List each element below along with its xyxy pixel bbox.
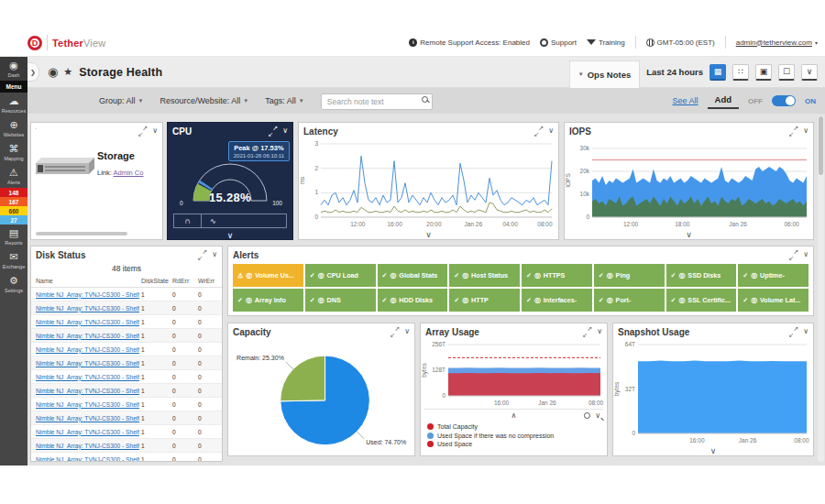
layout-button[interactable]: ∷: [732, 64, 749, 81]
disk-link[interactable]: Nimble NJ_Array: TVNJ-CS300 - Shelf-P: [36, 346, 139, 353]
disk-link[interactable]: Nimble NJ_Array: TVNJ-CS300 - Shelf-P: [36, 415, 139, 422]
expand-icon[interactable]: [583, 328, 591, 336]
scrollbar-thumb[interactable]: [819, 116, 823, 175]
chevron-down-icon[interactable]: ∨: [212, 251, 217, 258]
expand-icon[interactable]: [198, 251, 206, 259]
vertical-scrollbar[interactable]: [818, 115, 824, 462]
search-icon[interactable]: [422, 96, 428, 103]
copy-dashboard-button[interactable]: ▣: [755, 64, 772, 81]
column-header-diskstate[interactable]: DiskState: [139, 276, 170, 288]
disk-link[interactable]: Nimble NJ_Array: TVNJ-CS300 - Shelf-0: [36, 291, 139, 298]
sidebar-item-exchange[interactable]: ✉Exchange: [0, 248, 28, 272]
dashboard-icon: ◉: [9, 60, 18, 71]
disk-link[interactable]: Nimble NJ_Array: TVNJ-CS300 - Shelf-0: [36, 429, 139, 435]
user-account-menu[interactable]: admin@tetherview.com▾: [736, 38, 818, 47]
drag-handle-icon[interactable]: ·: [35, 125, 38, 133]
disk-link[interactable]: Nimble NJ_Array: TVNJ-CS300 - Shelf-P: [36, 305, 139, 312]
chevron-down-icon[interactable]: ∨: [548, 127, 554, 135]
alert-tile[interactable]: ✓◎CPU Load: [305, 264, 376, 287]
alert-tile[interactable]: ✓◎Array Info: [233, 289, 303, 312]
favorite-star-icon[interactable]: ★: [63, 66, 72, 78]
disk-link[interactable]: Nimble NJ_Array: TVNJ-CS300 - Shelf-P: [36, 401, 139, 408]
chevron-down-icon[interactable]: ∨: [597, 328, 602, 335]
time-range-label[interactable]: Last 24 hours: [646, 67, 703, 77]
svg-text:08:00: 08:00: [794, 437, 809, 444]
svg-text:08:00: 08:00: [588, 400, 604, 406]
alert-tile[interactable]: ✓◎SSD Disks: [666, 264, 737, 287]
chevron-down-icon[interactable]: ∨: [404, 328, 410, 335]
add-note-button[interactable]: Add: [708, 93, 739, 109]
training-link[interactable]: Training: [587, 38, 625, 47]
disk-link[interactable]: Nimble NJ_Array: TVNJ-CS300 - Shelf-0: [36, 388, 139, 394]
disk-link[interactable]: Nimble NJ_Array: TVNJ-CS300 - Shelf-P: [36, 456, 139, 463]
gauge-view-button[interactable]: ∩: [174, 214, 202, 227]
expand-icon[interactable]: [534, 127, 543, 136]
chevron-down-icon[interactable]: ∨: [803, 328, 808, 335]
sidebar-expand-handle[interactable]: ❯: [28, 62, 39, 82]
admin-console-link[interactable]: Admin Co: [114, 169, 144, 177]
expand-icon[interactable]: [138, 127, 147, 136]
tags-filter[interactable]: Tags: All▼: [265, 96, 303, 105]
calendar-button[interactable]: ▦: [710, 64, 726, 81]
resource-filter[interactable]: Resource/Website: All▼: [160, 96, 248, 105]
sidebar-item-mapping[interactable]: ⌘Mapping: [0, 140, 28, 164]
chevron-down-icon[interactable]: ∨: [803, 127, 808, 135]
expand-icon[interactable]: [789, 251, 798, 259]
alert-tile[interactable]: ✓◎HTTPS: [522, 264, 592, 287]
disk-link[interactable]: Nimble NJ_Array: TVNJ-CS300 - Shelf-P: [36, 374, 139, 380]
column-header-name[interactable]: Name: [31, 276, 139, 288]
alert-count-badge[interactable]: 148: [0, 188, 28, 197]
timezone-selector[interactable]: GMT-05:00 (EST): [646, 38, 715, 47]
alert-tile[interactable]: ✓◎Global Stats: [378, 264, 448, 287]
alert-tile[interactable]: ✓◎Host Status: [449, 264, 520, 287]
alert-tile[interactable]: ✓◎HTTP: [449, 289, 520, 312]
sidebar-item-websites[interactable]: ⊕Websites: [0, 116, 28, 140]
sidebar-item-reports[interactable]: ▤Reports: [0, 225, 28, 248]
notes-toggle[interactable]: [772, 95, 796, 106]
fullscreen-button[interactable]: ☐: [778, 64, 795, 81]
panel-collapse-chevron[interactable]: ∨: [299, 230, 558, 239]
alert-tile[interactable]: ✓◎DNS: [305, 289, 376, 312]
disk-link[interactable]: Nimble NJ_Array: TVNJ-CS300 - Shelf-P: [36, 333, 139, 339]
column-header-rderr[interactable]: RdErr: [170, 276, 196, 288]
alert-tile[interactable]: ✓◎HDD Disks: [378, 289, 448, 312]
panel-collapse-chevron[interactable]: ∨: [168, 231, 292, 240]
panel-collapse-chevron[interactable]: ∨: [613, 446, 813, 455]
sidebar-item-alerts[interactable]: ⚠Alerts: [0, 164, 28, 188]
column-header-wrerr[interactable]: WrErr: [196, 276, 222, 288]
alert-count-badge[interactable]: 167: [0, 197, 28, 206]
disk-link[interactable]: Nimble NJ_Array: TVNJ-CS300 - Shelf-0: [36, 319, 139, 325]
expand-icon[interactable]: [390, 328, 399, 336]
alert-tile[interactable]: ✓◎Uptime-: [738, 264, 808, 287]
alert-tile[interactable]: ⚠◎Volume Us...: [233, 264, 303, 287]
sidebar-item-dash[interactable]: ◉Dash: [0, 57, 28, 81]
support-link[interactable]: Support: [540, 38, 577, 47]
alert-count-badge[interactable]: 27: [0, 215, 28, 225]
chevron-down-icon[interactable]: ∨: [803, 251, 808, 258]
expand-icon[interactable]: [789, 127, 798, 136]
ops-notes-tab[interactable]: ▼Ops Notes: [569, 60, 640, 88]
horizontal-scrollbar[interactable]: [36, 232, 127, 236]
expand-icon[interactable]: [789, 328, 798, 336]
alert-tile[interactable]: ✓◎SSL Certific...: [666, 289, 737, 312]
collapse-up-chevron[interactable]: ∧: [512, 411, 517, 420]
search-input[interactable]: [321, 93, 433, 110]
sidebar-item-settings[interactable]: ⚙Settings: [0, 272, 28, 296]
alert-tile[interactable]: ✓◎Port-: [594, 289, 665, 312]
zoom-icon[interactable]: [584, 412, 590, 419]
chevron-down-icon[interactable]: ∨: [152, 127, 158, 135]
disk-link[interactable]: Nimble NJ_Array: TVNJ-CS300 - Shelf-0: [36, 443, 139, 449]
alert-tile[interactable]: ✓◎Interfaces-: [522, 289, 592, 312]
sidebar-item-resources[interactable]: ☁Resources: [0, 93, 28, 116]
alert-count-badge[interactable]: 660: [0, 206, 28, 215]
see-all-link[interactable]: See All: [673, 96, 698, 105]
panel-collapse-chevron[interactable]: ∨: [565, 230, 813, 239]
expand-icon[interactable]: [269, 127, 277, 136]
group-filter[interactable]: Group: All▼: [99, 96, 143, 105]
alert-tile[interactable]: ✓◎Volume Lat...: [738, 289, 808, 312]
alert-tile[interactable]: ✓◎Ping: [594, 264, 665, 287]
disk-link[interactable]: Nimble NJ_Array: TVNJ-CS300 - Shelf-0: [36, 360, 139, 367]
chevron-down-icon[interactable]: ∨: [282, 127, 288, 135]
line-view-button[interactable]: ∿: [202, 217, 216, 225]
collapse-button[interactable]: ∨: [801, 64, 818, 81]
